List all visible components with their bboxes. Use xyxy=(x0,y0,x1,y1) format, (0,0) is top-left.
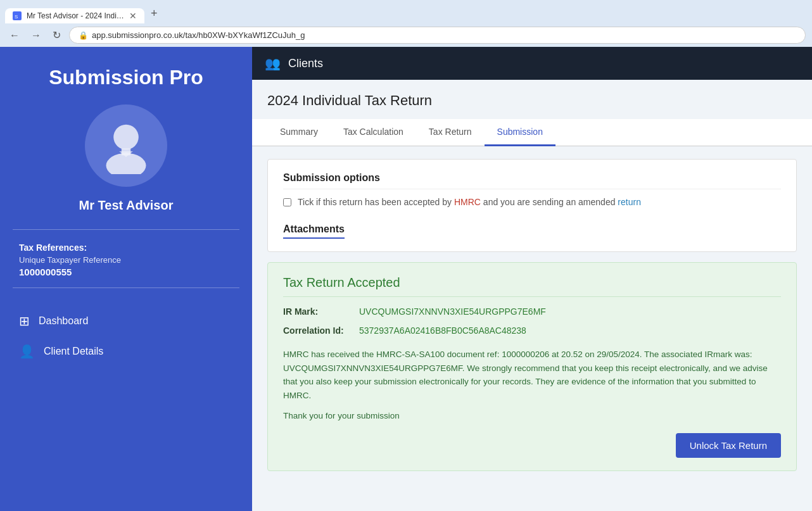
amended-return-option: Tick if this return has been accepted by… xyxy=(283,197,781,207)
attachments-section: Attachments xyxy=(283,217,781,239)
sidebar: Submission Pro Mr Test Advisor Tax Refer… xyxy=(0,47,252,511)
app-layout: Submission Pro Mr Test Advisor Tax Refer… xyxy=(0,47,812,511)
sidebar-item-dashboard-label: Dashboard xyxy=(39,315,88,327)
browser-chrome: S Mr Test Advisor - 2024 Individu... ✕ +… xyxy=(0,0,812,47)
app-title: Submission Pro xyxy=(49,66,203,89)
unlock-tax-return-button[interactable]: Unlock Tax Return xyxy=(676,433,781,458)
tax-refs-sub: Unique Taxpayer Reference xyxy=(19,255,233,265)
accepted-footer: Unlock Tax Return xyxy=(283,433,781,458)
lock-icon: 🔒 xyxy=(79,31,88,40)
avatar xyxy=(85,104,167,187)
svg-text:S: S xyxy=(15,14,18,19)
correlation-id-value: 5372937A6A02416B8FB0C56A8AC48238 xyxy=(359,324,781,338)
top-nav-title: Clients xyxy=(288,57,323,70)
active-browser-tab[interactable]: S Mr Test Advisor - 2024 Individu... ✕ xyxy=(5,8,144,23)
tab-favicon: S xyxy=(13,11,22,20)
tab-submission[interactable]: Submission xyxy=(485,119,555,146)
forward-button[interactable]: → xyxy=(28,28,44,43)
divider-1 xyxy=(13,229,239,230)
url-text: app.submissionpro.co.uk/tax/hb0XW-bXYkaW… xyxy=(92,30,305,40)
thank-you-text: Thank you for your submission xyxy=(283,411,781,420)
close-tab-button[interactable]: ✕ xyxy=(129,11,137,20)
page-title: 2024 Individual Tax Return xyxy=(267,92,797,109)
tab-summary[interactable]: Summary xyxy=(267,119,331,146)
sidebar-item-client-details-label: Client Details xyxy=(44,346,103,357)
tax-refs-value: 1000000555 xyxy=(19,267,233,277)
reload-button[interactable]: ↻ xyxy=(49,27,64,43)
back-button[interactable]: ← xyxy=(6,28,23,43)
new-tab-button[interactable]: + xyxy=(146,4,163,23)
url-bar[interactable]: 🔒 app.submissionpro.co.uk/tax/hb0XW-bXYk… xyxy=(69,27,806,44)
tab-title: Mr Test Advisor - 2024 Individu... xyxy=(27,11,124,20)
content-area: 2024 Individual Tax Return Summary Tax C… xyxy=(252,80,812,511)
amended-return-text: Tick if this return has been accepted by… xyxy=(298,197,641,207)
dashboard-icon: ⊞ xyxy=(19,313,30,329)
ir-mark-label: IR Mark: xyxy=(283,305,359,319)
tabs-bar: Summary Tax Calculation Tax Return Submi… xyxy=(252,119,812,146)
top-nav: 👥 Clients xyxy=(252,47,812,80)
hmrc-text: HMRC xyxy=(454,197,481,207)
tab-tax-calculation[interactable]: Tax Calculation xyxy=(331,119,416,146)
accepted-body: HMRC has received the HMRC-SA-SA100 docu… xyxy=(283,348,781,402)
tab-tax-return[interactable]: Tax Return xyxy=(416,119,485,146)
return-link[interactable]: return xyxy=(618,197,641,207)
clients-icon: 👥 xyxy=(265,56,281,71)
accepted-info: IR Mark: UVCQUMGSI7XNNVN3XIE54URGPPG7E6M… xyxy=(283,305,781,338)
accepted-title: Tax Return Accepted xyxy=(283,275,781,297)
amended-return-checkbox[interactable] xyxy=(283,198,291,206)
ir-mark-value: UVCQUMGSI7XNNVN3XIE54URGPPG7E6MF xyxy=(359,305,781,319)
client-details-icon: 👤 xyxy=(19,344,35,359)
address-bar: ← → ↻ 🔒 app.submissionpro.co.uk/tax/hb0X… xyxy=(0,23,812,47)
tax-references-section: Tax References: Unique Taxpayer Referenc… xyxy=(13,236,239,281)
sidebar-item-dashboard[interactable]: ⊞ Dashboard xyxy=(13,306,239,336)
attachments-label: Attachments xyxy=(283,217,345,239)
tax-refs-label: Tax References: xyxy=(19,243,233,253)
submission-options-title: Submission options xyxy=(283,172,781,189)
accepted-card: Tax Return Accepted IR Mark: UVCQUMGSI7X… xyxy=(267,262,797,471)
sidebar-nav: ⊞ Dashboard 👤 Client Details xyxy=(13,306,239,367)
username: Mr Test Advisor xyxy=(79,198,174,213)
submission-options-card: Submission options Tick if this return h… xyxy=(267,159,797,252)
tab-bar: S Mr Test Advisor - 2024 Individu... ✕ + xyxy=(0,0,812,23)
correlation-id-label: Correlation Id: xyxy=(283,324,359,338)
avatar-icon xyxy=(98,117,155,174)
main-content: 👥 Clients 2024 Individual Tax Return Sum… xyxy=(252,47,812,511)
divider-2 xyxy=(13,287,239,288)
svg-point-2 xyxy=(113,125,139,150)
sidebar-item-client-details[interactable]: 👤 Client Details xyxy=(13,336,239,367)
